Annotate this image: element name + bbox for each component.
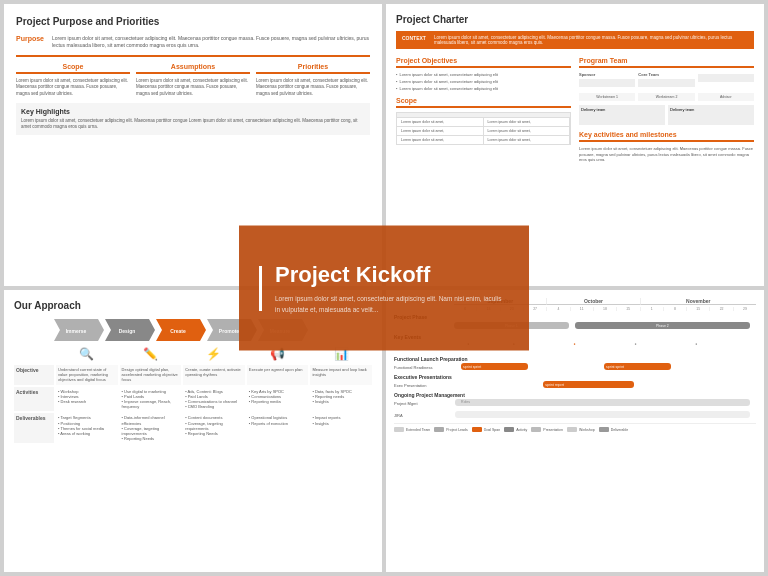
row-label-activities: Activities (14, 387, 54, 412)
act-cell-0: • Workshop • Interviews • Desk research (56, 387, 118, 412)
ongoing-row: Project Mgmt Roles (394, 399, 756, 407)
slide1-title: Project Purpose and Priorities (16, 16, 370, 27)
kickoff-overlay: Project Kickoff Lorem ipsum dolor sit am… (239, 226, 529, 351)
scope-header: Scope (16, 63, 130, 74)
act-cell-4: • Data, facts by SPOC • Reporting needs … (310, 387, 372, 412)
objectives-list: • Lorem ipsum dolor sit amet, consectetu… (396, 72, 571, 91)
row-label-objective: Objective (14, 365, 54, 385)
approach-table: Objective Understand current state of va… (14, 365, 372, 443)
obj-cell-4: Measure impact and loop back insights (310, 365, 372, 385)
obj-cell-2: Create, curate content, activate operati… (183, 365, 245, 385)
context-bar: CONTEXT Lorem ipsum dolor sit amet, cons… (396, 31, 754, 49)
legend-extended: Extended Team (394, 427, 430, 432)
legend: Extended Team Project Leads Goal Span Ac… (394, 423, 756, 432)
svg-text:Create: Create (170, 328, 186, 334)
obj-cell-0: Understand current state of value propos… (56, 365, 118, 385)
kickoff-title: Project Kickoff (275, 262, 505, 288)
del-cell-4: • Impact reports • Insights (310, 413, 372, 443)
legend-activity: Activity (504, 427, 527, 432)
priorities-col: Priorities Lorem ipsum dolor sit amet, c… (256, 63, 370, 97)
svg-text:Promote: Promote (219, 328, 240, 334)
divider-line (16, 55, 370, 57)
legend-leads: Project Leads (434, 427, 467, 432)
delivery-grid: Delivery team Delivery team (579, 105, 754, 125)
del-cell-0: • Target Segments • Positioning • Themes… (56, 413, 118, 443)
exec-title: Executive Presentations (394, 374, 756, 380)
jira-row: JIRA (394, 411, 756, 419)
kickoff-bar (259, 266, 262, 311)
scope-row-3: Lorem ipsum dolor sit amet, Lorem ipsum … (397, 135, 570, 144)
team-core: Core Team (638, 72, 694, 87)
team-col3 (698, 72, 754, 87)
scope-row-2: Lorem ipsum dolor sit amet, Lorem ipsum … (397, 126, 570, 135)
act-cell-3: • Key Arts by SPOC • Communications • Re… (247, 387, 309, 412)
assumptions-text: Lorem ipsum dolor sit amet, consectetuer… (136, 78, 250, 97)
act-cell-1: • Use digital to marketing • Paid Lands … (120, 387, 182, 412)
scope-col: Scope Lorem ipsum dolor sit amet, consec… (16, 63, 130, 97)
legend-workshop: Workshop (567, 427, 595, 432)
functional-row: Functional Readiness sprint sprint sprin… (394, 363, 756, 371)
scope-row-1: Lorem ipsum dolor sit amet, Lorem ipsum … (397, 117, 570, 126)
del-cell-1: • Data-informed channel efficiencies • C… (120, 413, 182, 443)
priorities-text: Lorem ipsum dolor sit amet, consectetuer… (256, 78, 370, 97)
context-text: Lorem ipsum dolor sit amet, consectetuer… (434, 35, 748, 45)
scope-text: Lorem ipsum dolor sit amet, consectetuer… (16, 78, 130, 97)
icon-design: ✏️ (120, 347, 182, 361)
purpose-label: Purpose (16, 35, 46, 49)
kickoff-subtitle: Lorem ipsum dolor sit amet, consectetuer… (275, 294, 505, 315)
assumptions-col: Assumptions Lorem ipsum dolor sit amet, … (136, 63, 250, 97)
legend-goal: Goal Span (472, 427, 501, 432)
exec-row: Exec Presentation sprint report (394, 381, 756, 389)
month-oct: October (547, 298, 640, 305)
row-label-deliverables: Deliverables (14, 413, 54, 443)
key-activities: Key activities and milestones Lorem ipsu… (579, 131, 754, 163)
svg-text:Design: Design (119, 328, 136, 334)
functional-title: Functional Launch Preparation (394, 356, 756, 362)
obj-cell-3: Execute per agreed upon plan (247, 365, 309, 385)
team-grid: Sponsor Core Team (579, 72, 754, 87)
objectives-title: Project Objectives (396, 57, 571, 68)
priorities-header: Priorities (256, 63, 370, 74)
obj-1: • Lorem ipsum dolor sit amet, consectetu… (396, 72, 571, 77)
icon-immerse: 🔍 (56, 347, 118, 361)
context-label: CONTEXT (402, 35, 426, 45)
purpose-section: Purpose Lorem ipsum dolor sit amet, cons… (16, 35, 370, 49)
act-cell-2: • Ads, Content: Blogs • Paid Lands • Com… (183, 387, 245, 412)
design-chevron: Design (105, 319, 155, 341)
assumptions-header: Assumptions (136, 63, 250, 74)
scope-box: Lorem ipsum dolor sit amet, Lorem ipsum … (396, 112, 571, 145)
create-chevron: Create (156, 319, 206, 341)
svg-text:Immerse: Immerse (66, 328, 87, 334)
objectives-col: Project Objectives • Lorem ipsum dolor s… (396, 57, 571, 163)
key-highlights: Key Highlights Lorem ipsum dolor sit ame… (16, 103, 370, 136)
highlights-title: Key Highlights (21, 108, 365, 115)
team-title: Program Team (579, 57, 754, 68)
charter-two-cols: Project Objectives • Lorem ipsum dolor s… (396, 57, 754, 163)
obj-3: • Lorem ipsum dolor sit amet, consectetu… (396, 86, 571, 91)
ongoing-title: Ongoing Project Management (394, 392, 756, 398)
slide2-title: Project Charter (396, 14, 754, 25)
team-col: Program Team Sponsor Core Team Workstrea… (579, 57, 754, 163)
obj-cell-1: Design optimal digital plan, accelerated… (120, 365, 182, 385)
immerse-chevron: Immerse (54, 319, 104, 341)
legend-deliverable: Deliverable (599, 427, 629, 432)
scope-title: Scope (396, 97, 571, 108)
three-columns: Scope Lorem ipsum dolor sit amet, consec… (16, 63, 370, 97)
team-sponsor: Sponsor (579, 72, 635, 87)
legend-presentation: Presentation (531, 427, 563, 432)
month-nov: November (641, 298, 756, 305)
icon-create: ⚡ (183, 347, 245, 361)
del-cell-2: • Content documents • Coverage, targetin… (183, 413, 245, 443)
highlights-text: Lorem ipsum dolor sit amet, consectetuer… (21, 118, 365, 131)
del-cell-3: • Operational logistics • Reports of exe… (247, 413, 309, 443)
purpose-text: Lorem ipsum dolor sit amet, consectetuer… (52, 35, 370, 49)
obj-2: • Lorem ipsum dolor sit amet, consectetu… (396, 79, 571, 84)
workstreams: Workstream 1 Workstream 2 Advisor (579, 93, 754, 101)
